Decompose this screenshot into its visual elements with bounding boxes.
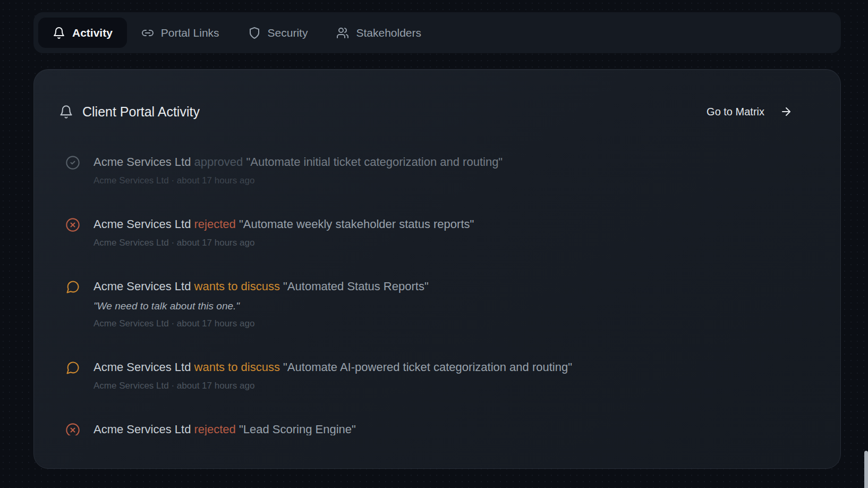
activity-meta: Acme Services Ltd · about 17 hours ago (93, 237, 474, 249)
go-to-matrix-link[interactable]: Go to Matrix (707, 105, 793, 118)
message-circle-icon (65, 360, 80, 375)
card-header: Client Portal Activity Go to Matrix (34, 70, 840, 121)
activity-actor: Acme Services Ltd (93, 423, 191, 435)
activity-main-line: Acme Services Ltd wants to discuss "Auto… (93, 359, 572, 375)
scrollbar-thumb[interactable] (864, 451, 868, 488)
activity-meta: Acme Services Ltd · about 17 hours ago (93, 380, 572, 392)
activity-list-item[interactable]: Acme Services Ltd wants to discuss "Auto… (65, 279, 815, 330)
check-circle-icon (65, 155, 80, 170)
x-circle-icon (65, 423, 80, 435)
activity-action: wants to discuss (194, 360, 280, 374)
activity-subject: "Automate weekly stakeholder status repo… (239, 217, 474, 231)
activity-subject: "Lead Scoring Engine" (239, 423, 356, 435)
tab-label: Stakeholders (356, 27, 421, 39)
activity-main-line: Acme Services Ltd rejected "Lead Scoring… (93, 422, 356, 435)
activity-quote: "We need to talk about this one." (93, 299, 429, 313)
tab-security[interactable]: Security (234, 18, 322, 48)
activity-meta: Acme Services Ltd · about 17 hours ago (93, 317, 429, 330)
card-title: Client Portal Activity (82, 104, 200, 120)
activity-list-item[interactable]: Acme Services Ltd approved "Automate ini… (65, 154, 815, 187)
link-icon (141, 27, 154, 39)
tab-stakeholders[interactable]: Stakeholders (322, 18, 436, 48)
message-circle-icon (65, 280, 80, 295)
activity-subject: "Automate initial ticket categorization … (246, 155, 503, 169)
activity-action: rejected (194, 423, 236, 435)
arrow-right-icon (780, 105, 793, 118)
activity-actor: Acme Services Ltd (93, 280, 191, 293)
activity-actor: Acme Services Ltd (93, 360, 191, 374)
activity-action: rejected (194, 217, 236, 231)
activity-main-line: Acme Services Ltd wants to discuss "Auto… (93, 279, 429, 295)
tab-portal-links[interactable]: Portal Links (127, 18, 234, 48)
page-background: { "tabs": [ { "label": "Activity", "acti… (0, 0, 868, 488)
activity-action: wants to discuss (194, 280, 280, 293)
portal-tabbar: Activity Portal Links Security Stakehold… (33, 12, 841, 53)
activity-action: approved (194, 155, 243, 169)
bell-icon (53, 27, 65, 39)
activity-list: Acme Services Ltd approved "Automate ini… (65, 154, 815, 435)
client-portal-activity-card: Client Portal Activity Go to Matrix Acme… (33, 69, 841, 469)
activity-actor: Acme Services Ltd (93, 217, 191, 231)
activity-list-item[interactable]: Acme Services Ltd rejected "Automate wee… (65, 216, 815, 249)
activity-list-item[interactable]: Acme Services Ltd wants to discuss "Auto… (65, 359, 815, 392)
activity-list-item[interactable]: Acme Services Ltd rejected "Lead Scoring… (65, 422, 815, 435)
bell-icon (59, 105, 73, 119)
tab-activity[interactable]: Activity (38, 18, 127, 48)
activity-subject: "Automated Status Reports" (283, 280, 429, 293)
activity-main-line: Acme Services Ltd rejected "Automate wee… (93, 216, 474, 232)
tab-label: Security (268, 27, 308, 39)
activity-meta: Acme Services Ltd · about 17 hours ago (93, 174, 503, 187)
activity-actor: Acme Services Ltd (93, 155, 191, 169)
tab-label: Activity (72, 27, 113, 39)
shield-icon (248, 27, 261, 39)
tab-label: Portal Links (161, 27, 219, 39)
users-icon (336, 27, 349, 39)
go-to-matrix-label: Go to Matrix (707, 106, 764, 118)
activity-main-line: Acme Services Ltd approved "Automate ini… (93, 154, 503, 170)
activity-subject: "Automate AI-powered ticket categorizati… (283, 360, 572, 374)
x-circle-icon (65, 217, 80, 232)
